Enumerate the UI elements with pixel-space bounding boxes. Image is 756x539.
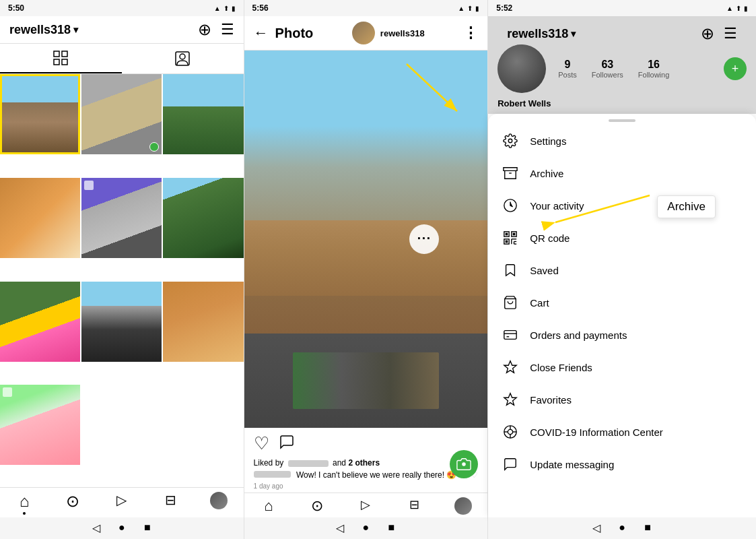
nav-profile-2[interactable] <box>439 497 487 515</box>
grid-cell-4[interactable] <box>81 178 162 258</box>
panel-3-settings-menu: 5:52 ▲ ⬆ ▮ rewells318 ▾ ⊕ ☰ 9 <box>488 0 756 539</box>
search-icon-2: ⊙ <box>311 497 323 515</box>
menu-item-saved[interactable]: Saved <box>488 254 756 286</box>
tab-grid[interactable] <box>0 44 122 73</box>
close-friends-icon <box>503 360 518 375</box>
menu-item-settings[interactable]: Settings <box>488 125 756 157</box>
grid-cell-8[interactable] <box>163 282 243 362</box>
recent-nav-btn-3[interactable]: ■ <box>642 521 654 534</box>
menu-button-1[interactable]: ☰ <box>221 22 234 37</box>
username-row-1[interactable]: rewells318 ▾ <box>9 23 78 37</box>
recent-nav-btn-2[interactable]: ■ <box>385 521 397 534</box>
like-button[interactable]: ♡ <box>254 433 269 454</box>
username-row-3[interactable]: rewells318 ▾ <box>507 27 576 41</box>
back-icon-1: ◁ <box>92 521 100 534</box>
square-icon-3: ■ <box>644 521 651 534</box>
grid-cell-7[interactable] <box>81 282 162 362</box>
bottom-nav-1: ⌂ ⊙ ▷ ⊟ <box>0 487 244 517</box>
colosseum-overlay <box>244 126 488 334</box>
shop-icon-2: ⊟ <box>409 497 419 512</box>
stat-following[interactable]: 16 Following <box>638 59 669 79</box>
nav-reels[interactable]: ▷ <box>98 492 146 515</box>
caption-text-area: Wow! I can't believe we were really ther… <box>254 470 457 480</box>
photo-username: rewells318 <box>380 28 425 38</box>
nav-home[interactable]: ⌂ <box>0 492 48 515</box>
menu-label-covid: COVID-19 Information Center <box>530 426 663 438</box>
white-square-9 <box>3 387 12 397</box>
svg-rect-16 <box>506 241 508 243</box>
nav-search-2[interactable]: ⊙ <box>293 497 341 515</box>
grid-cell-9[interactable] <box>0 385 80 465</box>
menu-label-close-friends: Close Friends <box>530 362 592 373</box>
menu-item-messaging[interactable]: Update messaging <box>488 448 756 480</box>
menu-item-cart[interactable]: Cart <box>488 286 756 319</box>
home-nav-btn-1[interactable]: ● <box>116 521 128 534</box>
grid-cell-6[interactable] <box>0 282 80 362</box>
username-label-3: rewells318 <box>507 27 568 41</box>
photo-grid <box>0 74 244 487</box>
menu-item-orders[interactable]: Orders and payments <box>488 319 756 351</box>
tab-tag[interactable] <box>122 44 244 73</box>
grid-cell-1[interactable] <box>81 74 162 154</box>
add-post-button[interactable]: ⊕ <box>198 22 211 38</box>
nav-shop[interactable]: ⊟ <box>146 492 195 515</box>
more-options-button[interactable]: ⋮ <box>463 24 478 42</box>
grid-cell-5[interactable] <box>163 178 243 258</box>
back-nav-btn-2[interactable]: ◁ <box>334 521 346 534</box>
sys-bar-2: ◁ ● ■ <box>244 517 488 539</box>
stat-followers[interactable]: 63 Followers <box>592 59 623 79</box>
comment-button[interactable] <box>279 434 295 454</box>
menu-item-qr[interactable]: QR code <box>488 222 756 254</box>
back-nav-btn-3[interactable]: ◁ <box>590 521 603 534</box>
battery-icon-2: ▮ <box>475 5 479 12</box>
photo-title: Photo <box>275 26 314 41</box>
add-story-button[interactable]: + <box>724 57 747 80</box>
three-dots-menu[interactable]: ⋮ <box>409 224 439 254</box>
three-dots-icon: ⋮ <box>416 232 432 247</box>
home-icon-2: ⌂ <box>264 497 273 515</box>
home-nav-btn-2[interactable]: ● <box>359 521 372 534</box>
profile-main-avatar <box>497 44 546 93</box>
grid-cell-0[interactable] <box>0 74 80 154</box>
nav-shop-2[interactable]: ⊟ <box>390 497 439 515</box>
menu-label-archive: Archive <box>530 168 563 179</box>
photo-user-avatar <box>352 22 375 44</box>
tag-person-icon <box>175 51 190 66</box>
home-nav-btn-3[interactable]: ● <box>616 521 628 534</box>
svg-rect-1 <box>62 51 67 57</box>
back-button-photo[interactable]: ← <box>254 24 269 42</box>
menu-item-activity[interactable]: Your activity <box>488 189 756 222</box>
grid-cell-3[interactable] <box>0 178 80 258</box>
status-time-2: 5:56 <box>252 3 269 13</box>
status-icons-2: ▲ ⬆ ▮ <box>458 5 479 12</box>
nav-profile[interactable] <box>195 492 243 515</box>
battery-icon: ▮ <box>232 5 236 12</box>
recent-nav-btn-1[interactable]: ■ <box>141 521 153 534</box>
nav-home-2[interactable]: ⌂ <box>244 497 293 515</box>
menu-item-archive[interactable]: Archive <box>488 157 756 189</box>
stat-posts[interactable]: 9 Posts <box>558 59 577 79</box>
menu-item-favorites[interactable]: Favorites <box>488 383 756 416</box>
menu-button-3[interactable]: ☰ <box>724 26 737 41</box>
following-label: Following <box>638 71 669 79</box>
menu-label-qr: QR code <box>530 232 570 244</box>
top-bar-3: rewells318 ▾ ⊕ ☰ <box>497 23 747 44</box>
nav-search[interactable]: ⊙ <box>48 492 97 515</box>
chevron-down-icon-1: ▾ <box>73 24 78 35</box>
signal-icon: ⬆ <box>224 5 229 12</box>
shop-icon: ⊟ <box>165 492 176 508</box>
profile-stats: 9 Posts 63 Followers 16 Following <box>558 59 669 79</box>
camera-fab-button[interactable] <box>450 450 478 478</box>
nav-reels-2[interactable]: ▷ <box>341 497 390 515</box>
back-icon-2: ◁ <box>336 521 344 534</box>
add-post-button-3[interactable]: ⊕ <box>701 26 714 42</box>
wifi-icon-2: ▲ <box>458 5 465 12</box>
circle-icon-1: ● <box>118 521 125 534</box>
back-nav-btn-1[interactable]: ◁ <box>90 521 102 534</box>
caption-text: Wow! I can't believe we were really ther… <box>296 470 457 480</box>
people-silhouettes <box>293 352 439 409</box>
grid-cell-2[interactable] <box>163 74 243 154</box>
menu-item-covid[interactable]: COVID-19 Information Center <box>488 416 756 448</box>
menu-item-close-friends[interactable]: Close Friends <box>488 351 756 383</box>
liked-by-text: Liked by <box>254 458 284 468</box>
